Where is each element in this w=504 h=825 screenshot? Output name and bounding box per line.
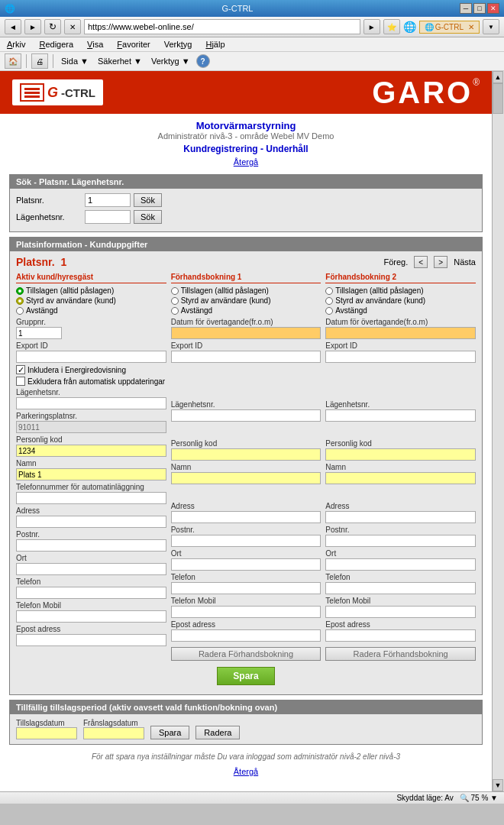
search-header: Sök - Platsnr. Lägenhetsnr. (10, 175, 482, 189)
telefon-mobil-input-3[interactable] (325, 606, 476, 618)
address-go-button[interactable]: ► (363, 19, 380, 34)
atergå-link-bottom[interactable]: Återgå (234, 767, 258, 776)
menu-visa[interactable]: Visa (85, 39, 105, 50)
lagenhetsnr-input-2[interactable] (171, 409, 321, 422)
menu-favoriter[interactable]: Favoriter (115, 39, 152, 50)
fraslagsdatum-input[interactable] (83, 727, 144, 739)
ectrl-logo: G-CTRL (12, 79, 103, 105)
sok-button-platsnr[interactable]: Sök (134, 193, 162, 207)
telefon-mobil-input-1[interactable] (16, 610, 166, 623)
radio-dot-3c (325, 307, 333, 315)
namn-label-3: Namn (325, 463, 476, 471)
personlig-kod-input-1[interactable] (16, 445, 166, 457)
inkludera-checkbox[interactable]: ✓ (16, 365, 25, 374)
personlig-kod-input-3[interactable] (325, 448, 476, 461)
lagenhetsnr-input-3[interactable] (325, 409, 476, 422)
stop-button[interactable]: ✕ (64, 19, 81, 34)
export-id-input-1[interactable] (16, 351, 166, 363)
telefon-input-2[interactable] (171, 582, 321, 594)
scrollbar[interactable]: ▲ ▼ (492, 71, 504, 791)
new-tab-button[interactable]: ▼ (483, 19, 499, 34)
sakerhet-dropdown[interactable]: Säkerhet ▼ (95, 55, 145, 67)
postnr-input-1[interactable] (16, 539, 166, 552)
namn-input-1[interactable] (16, 468, 166, 480)
spara-main-button[interactable]: Spara (217, 667, 274, 685)
lagenhetsnr-search-input[interactable] (85, 210, 131, 224)
postnr-input-2[interactable] (171, 535, 321, 547)
radio-user-2[interactable]: Styrd av användare (kund) (171, 296, 321, 305)
favorites-star[interactable]: ⭐ (383, 19, 400, 34)
personlig-kod-input-2[interactable] (171, 448, 321, 461)
prev-button[interactable]: < (414, 256, 428, 268)
scroll-thumb[interactable] (493, 83, 503, 114)
maximize-button[interactable]: □ (473, 3, 486, 14)
radio-user-1[interactable]: Styrd av användare (kund) (16, 296, 166, 305)
back-button[interactable]: ◄ (5, 19, 21, 34)
next-button[interactable]: > (434, 256, 447, 268)
export-id-input-3[interactable] (325, 351, 476, 363)
radio-user-3[interactable]: Styrd av användare (kund) (325, 296, 476, 305)
export-id-input-2[interactable] (171, 351, 321, 363)
datum-input-2[interactable] (325, 327, 476, 339)
tab-active[interactable]: 🌐 G-CTRL ✕ (419, 21, 480, 34)
radio-always-on-2[interactable]: Tillslagen (alltid påslagen) (171, 286, 321, 295)
radio-always-on-1[interactable]: Tillslagen (alltid påslagen) (16, 286, 166, 295)
adress-input-2[interactable] (171, 511, 321, 523)
forward-button[interactable]: ► (24, 19, 41, 34)
namn-input-3[interactable] (325, 472, 476, 484)
plats-section: Platsinformation - Kunduppgifter Platsnr… (9, 237, 483, 695)
radio-off-3[interactable]: Avstängd (325, 306, 476, 315)
tillfallig-radera-button[interactable]: Radera (195, 726, 240, 739)
ectrl-ctrl: -CTRL (61, 86, 95, 99)
close-button[interactable]: ✕ (487, 3, 499, 14)
epost-input-1[interactable] (16, 634, 166, 646)
telefon-input-1[interactable] (16, 587, 166, 599)
ort-input-1[interactable] (16, 563, 166, 575)
datum-input-1[interactable] (171, 327, 321, 339)
adress-input-3[interactable] (325, 511, 476, 523)
telefon-input-3[interactable] (325, 582, 476, 594)
ort-input-2[interactable] (171, 558, 321, 571)
tillslagsdatum-input[interactable] (16, 727, 77, 739)
platsnr-input[interactable] (85, 193, 131, 207)
radio-always-on-3[interactable]: Tillslagen (alltid påslagen) (325, 286, 476, 295)
parkeringsplatnsr-input[interactable] (16, 421, 166, 433)
gruppnr-input[interactable] (16, 327, 62, 339)
menu-hjälp[interactable]: Hjälp (203, 39, 227, 50)
help-button[interactable]: ? (196, 54, 210, 68)
zoom-level[interactable]: 🔍 75 % ▼ (460, 794, 498, 802)
atergå-link-top[interactable]: Återgå (234, 157, 258, 167)
tillfallig-spara-button[interactable]: Spara (150, 726, 189, 739)
telefon-auto-input[interactable] (16, 492, 166, 504)
lagenhetsnr-input-1[interactable] (16, 397, 166, 409)
datum-label-1: Datum för övertagande(fr.o.m) (171, 318, 321, 326)
epost-input-3[interactable] (325, 629, 476, 642)
exkludera-checkbox[interactable] (16, 377, 25, 386)
print-button[interactable]: 🖨 (31, 53, 48, 69)
verktyg-dropdown[interactable]: Verktyg ▼ (148, 55, 193, 67)
radio-off-2[interactable]: Avstängd (171, 306, 321, 315)
refresh-button[interactable]: ↻ (44, 19, 61, 34)
epost-input-2[interactable] (171, 629, 321, 642)
home-button[interactable]: 🏠 (5, 53, 21, 69)
radio-dot-off-1 (16, 307, 24, 315)
radera-forhandsbokning-1-button[interactable]: Radera Förhandsbokning (171, 647, 321, 661)
menu-arkiv[interactable]: Arkiv (5, 39, 27, 50)
forhand2-column: Förhandsbokning 2 Tillslagen (alltid pås… (325, 273, 476, 661)
minimize-button[interactable]: ─ (460, 3, 472, 14)
adress-input-1[interactable] (16, 516, 166, 528)
sida-dropdown[interactable]: Sida ▼ (58, 55, 92, 67)
sok-button-lagenhetsnr[interactable]: Sök (134, 210, 162, 224)
namn-input-2[interactable] (171, 472, 321, 484)
scroll-down[interactable]: ▼ (493, 779, 503, 791)
telefon-mobil-input-2[interactable] (171, 606, 321, 618)
scroll-up[interactable]: ▲ (493, 71, 503, 83)
address-bar[interactable] (84, 19, 360, 34)
postnr-input-3[interactable] (325, 535, 476, 547)
radio-off-1[interactable]: Avstängd (16, 306, 166, 315)
menu-redigera[interactable]: Redigera (37, 39, 76, 50)
menu-verktyg[interactable]: Verktyg (162, 39, 195, 50)
ort-input-3[interactable] (325, 558, 476, 571)
zoom-icon: 🔍 (460, 794, 469, 802)
radera-forhandsbokning-2-button[interactable]: Radera Förhandsbokning (325, 647, 476, 661)
